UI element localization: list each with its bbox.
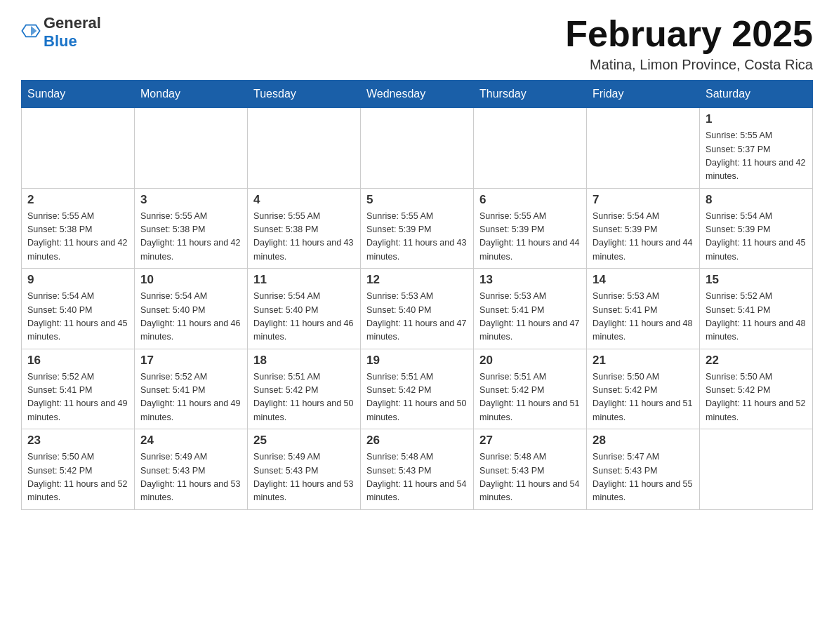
- day-number: 2: [27, 193, 128, 207]
- calendar-week-row: 9Sunrise: 5:54 AM Sunset: 5:40 PM Daylig…: [22, 269, 813, 349]
- day-info: Sunrise: 5:51 AM Sunset: 5:42 PM Dayligh…: [366, 370, 468, 425]
- day-number: 25: [253, 434, 355, 448]
- day-of-week-header: Tuesday: [248, 81, 361, 108]
- day-info: Sunrise: 5:54 AM Sunset: 5:39 PM Dayligh…: [706, 210, 807, 264]
- calendar-cell: 1Sunrise: 5:55 AM Sunset: 5:37 PM Daylig…: [700, 108, 813, 189]
- day-info: Sunrise: 5:53 AM Sunset: 5:41 PM Dayligh…: [479, 290, 581, 344]
- calendar-cell: [135, 108, 248, 189]
- day-number: 12: [366, 273, 468, 287]
- calendar-cell: 2Sunrise: 5:55 AM Sunset: 5:38 PM Daylig…: [22, 188, 135, 269]
- calendar-cell: 9Sunrise: 5:54 AM Sunset: 5:40 PM Daylig…: [22, 269, 135, 349]
- day-number: 27: [479, 434, 581, 448]
- calendar-cell: 3Sunrise: 5:55 AM Sunset: 5:38 PM Daylig…: [135, 188, 248, 269]
- day-number: 19: [366, 354, 468, 368]
- day-number: 7: [593, 193, 694, 207]
- calendar-cell: 12Sunrise: 5:53 AM Sunset: 5:40 PM Dayli…: [361, 269, 474, 349]
- month-title: February 2025: [565, 14, 813, 54]
- header-row: SundayMondayTuesdayWednesdayThursdayFrid…: [22, 81, 813, 108]
- calendar-cell: 22Sunrise: 5:50 AM Sunset: 5:42 PM Dayli…: [700, 349, 813, 429]
- day-of-week-header: Sunday: [22, 81, 135, 108]
- calendar-cell: 13Sunrise: 5:53 AM Sunset: 5:41 PM Dayli…: [474, 269, 587, 349]
- day-number: 3: [140, 193, 241, 207]
- logo-blue-text: Blue: [44, 32, 77, 50]
- day-info: Sunrise: 5:54 AM Sunset: 5:40 PM Dayligh…: [253, 290, 355, 344]
- day-of-week-header: Friday: [587, 81, 700, 108]
- calendar-table: SundayMondayTuesdayWednesdayThursdayFrid…: [21, 80, 813, 510]
- logo: General Blue: [21, 14, 101, 51]
- calendar-cell: 27Sunrise: 5:48 AM Sunset: 5:43 PM Dayli…: [474, 429, 587, 510]
- day-number: 17: [140, 354, 241, 368]
- day-info: Sunrise: 5:55 AM Sunset: 5:39 PM Dayligh…: [479, 210, 581, 264]
- calendar-cell: 17Sunrise: 5:52 AM Sunset: 5:41 PM Dayli…: [135, 349, 248, 429]
- calendar-cell: [248, 108, 361, 189]
- calendar-cell: 24Sunrise: 5:49 AM Sunset: 5:43 PM Dayli…: [135, 429, 248, 510]
- calendar-cell: 4Sunrise: 5:55 AM Sunset: 5:38 PM Daylig…: [248, 188, 361, 269]
- calendar-cell: [361, 108, 474, 189]
- day-number: 5: [366, 193, 468, 207]
- calendar-week-row: 1Sunrise: 5:55 AM Sunset: 5:37 PM Daylig…: [22, 108, 813, 189]
- calendar-header: SundayMondayTuesdayWednesdayThursdayFrid…: [22, 81, 813, 108]
- calendar-week-row: 23Sunrise: 5:50 AM Sunset: 5:42 PM Dayli…: [22, 429, 813, 510]
- day-number: 24: [140, 434, 241, 448]
- day-number: 18: [253, 354, 355, 368]
- calendar-cell: 23Sunrise: 5:50 AM Sunset: 5:42 PM Dayli…: [22, 429, 135, 510]
- calendar-cell: 6Sunrise: 5:55 AM Sunset: 5:39 PM Daylig…: [474, 188, 587, 269]
- calendar-cell: 15Sunrise: 5:52 AM Sunset: 5:41 PM Dayli…: [700, 269, 813, 349]
- day-number: 8: [706, 193, 807, 207]
- day-number: 22: [706, 354, 807, 368]
- day-number: 15: [706, 273, 807, 287]
- logo-general-text: General: [44, 14, 101, 32]
- day-number: 23: [27, 434, 128, 448]
- day-number: 1: [706, 112, 807, 126]
- calendar-cell: 19Sunrise: 5:51 AM Sunset: 5:42 PM Dayli…: [361, 349, 474, 429]
- calendar-cell: 16Sunrise: 5:52 AM Sunset: 5:41 PM Dayli…: [22, 349, 135, 429]
- day-info: Sunrise: 5:47 AM Sunset: 5:43 PM Dayligh…: [593, 450, 694, 505]
- calendar-cell: 10Sunrise: 5:54 AM Sunset: 5:40 PM Dayli…: [135, 269, 248, 349]
- day-info: Sunrise: 5:49 AM Sunset: 5:43 PM Dayligh…: [140, 450, 241, 505]
- day-of-week-header: Thursday: [474, 81, 587, 108]
- day-info: Sunrise: 5:50 AM Sunset: 5:42 PM Dayligh…: [706, 370, 807, 425]
- day-info: Sunrise: 5:52 AM Sunset: 5:41 PM Dayligh…: [706, 290, 807, 344]
- day-number: 26: [366, 434, 468, 448]
- calendar-cell: 5Sunrise: 5:55 AM Sunset: 5:39 PM Daylig…: [361, 188, 474, 269]
- day-info: Sunrise: 5:55 AM Sunset: 5:38 PM Dayligh…: [253, 210, 355, 264]
- day-info: Sunrise: 5:55 AM Sunset: 5:39 PM Dayligh…: [366, 210, 468, 264]
- day-number: 4: [253, 193, 355, 207]
- calendar-cell: [474, 108, 587, 189]
- calendar-cell: 7Sunrise: 5:54 AM Sunset: 5:39 PM Daylig…: [587, 188, 700, 269]
- day-number: 20: [479, 354, 581, 368]
- day-info: Sunrise: 5:48 AM Sunset: 5:43 PM Dayligh…: [366, 450, 468, 505]
- calendar-cell: 26Sunrise: 5:48 AM Sunset: 5:43 PM Dayli…: [361, 429, 474, 510]
- day-info: Sunrise: 5:49 AM Sunset: 5:43 PM Dayligh…: [253, 450, 355, 505]
- day-info: Sunrise: 5:53 AM Sunset: 5:41 PM Dayligh…: [593, 290, 694, 344]
- day-info: Sunrise: 5:48 AM Sunset: 5:43 PM Dayligh…: [479, 450, 581, 505]
- day-info: Sunrise: 5:55 AM Sunset: 5:38 PM Dayligh…: [140, 210, 241, 264]
- calendar-cell: 8Sunrise: 5:54 AM Sunset: 5:39 PM Daylig…: [700, 188, 813, 269]
- calendar-cell: 28Sunrise: 5:47 AM Sunset: 5:43 PM Dayli…: [587, 429, 700, 510]
- day-info: Sunrise: 5:54 AM Sunset: 5:40 PM Dayligh…: [140, 290, 241, 344]
- day-info: Sunrise: 5:55 AM Sunset: 5:38 PM Dayligh…: [27, 210, 128, 264]
- day-info: Sunrise: 5:50 AM Sunset: 5:42 PM Dayligh…: [27, 450, 128, 505]
- calendar-cell: 11Sunrise: 5:54 AM Sunset: 5:40 PM Dayli…: [248, 269, 361, 349]
- day-of-week-header: Wednesday: [361, 81, 474, 108]
- title-block: February 2025 Matina, Limon Province, Co…: [565, 14, 813, 73]
- calendar-cell: 21Sunrise: 5:50 AM Sunset: 5:42 PM Dayli…: [587, 349, 700, 429]
- day-info: Sunrise: 5:50 AM Sunset: 5:42 PM Dayligh…: [593, 370, 694, 425]
- calendar-body: 1Sunrise: 5:55 AM Sunset: 5:37 PM Daylig…: [22, 108, 813, 510]
- calendar-cell: [700, 429, 813, 510]
- calendar-week-row: 16Sunrise: 5:52 AM Sunset: 5:41 PM Dayli…: [22, 349, 813, 429]
- day-number: 28: [593, 434, 694, 448]
- calendar-cell: 20Sunrise: 5:51 AM Sunset: 5:42 PM Dayli…: [474, 349, 587, 429]
- day-number: 11: [253, 273, 355, 287]
- location: Matina, Limon Province, Costa Rica: [565, 57, 813, 73]
- calendar-cell: [22, 108, 135, 189]
- calendar-cell: 18Sunrise: 5:51 AM Sunset: 5:42 PM Dayli…: [248, 349, 361, 429]
- day-number: 16: [27, 354, 128, 368]
- calendar-cell: [587, 108, 700, 189]
- day-info: Sunrise: 5:55 AM Sunset: 5:37 PM Dayligh…: [706, 129, 807, 184]
- day-info: Sunrise: 5:52 AM Sunset: 5:41 PM Dayligh…: [140, 370, 241, 425]
- day-info: Sunrise: 5:52 AM Sunset: 5:41 PM Dayligh…: [27, 370, 128, 425]
- day-info: Sunrise: 5:51 AM Sunset: 5:42 PM Dayligh…: [479, 370, 581, 425]
- svg-marker-1: [31, 26, 37, 36]
- calendar-cell: 25Sunrise: 5:49 AM Sunset: 5:43 PM Dayli…: [248, 429, 361, 510]
